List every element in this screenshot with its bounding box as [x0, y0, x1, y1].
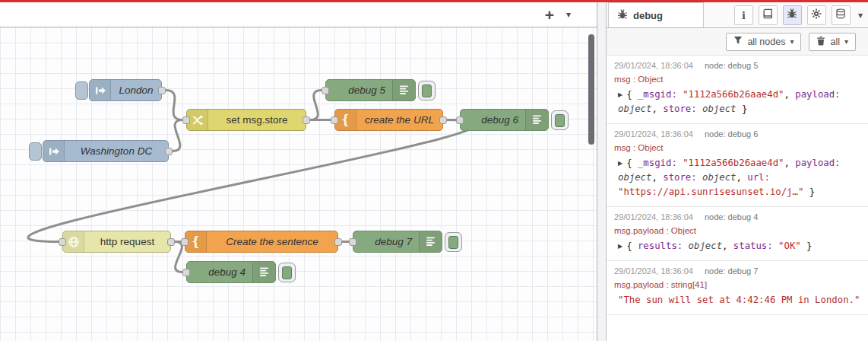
- node-label: http request: [84, 231, 170, 252]
- debug-node-name: node: debug 4: [705, 212, 758, 221]
- inject-button[interactable]: [29, 142, 42, 161]
- clear-messages-label: all: [830, 37, 840, 47]
- debug-payload: ▶{ _msgid: "1112a566b26aae4d", payload: …: [614, 88, 860, 116]
- debug-property: msg.payload : Object: [614, 226, 860, 235]
- add-flow-button[interactable]: +: [545, 7, 554, 23]
- node-label: London: [111, 80, 161, 100]
- node-label: set msg.store: [208, 110, 306, 130]
- filter-nodes-label: all nodes: [747, 37, 785, 47]
- clear-messages-button[interactable]: all ▾: [809, 33, 856, 51]
- sidebar-menu-caret-icon[interactable]: ▾: [858, 10, 863, 21]
- bug-icon: [617, 9, 628, 22]
- flow-node-debug7[interactable]: debug 7: [353, 231, 442, 253]
- debug-toggle-button[interactable]: [445, 232, 462, 252]
- flow-list-caret-icon[interactable]: ▾: [566, 9, 571, 20]
- output-port[interactable]: [439, 116, 447, 124]
- canvas-scrollbar[interactable]: [588, 34, 594, 145]
- node-label: debug 5: [326, 80, 392, 100]
- flow-node-washington[interactable]: Washington DC: [43, 140, 169, 162]
- input-port[interactable]: [322, 87, 329, 94]
- book-tab-button[interactable]: [759, 5, 778, 25]
- flow-node-set-store[interactable]: set msg.store: [186, 109, 306, 131]
- flow-node-create-url[interactable]: {create the URL: [334, 109, 443, 131]
- info-tab-button[interactable]: i: [734, 5, 753, 25]
- shuffle-icon: [187, 110, 208, 130]
- debug-timestamp: 29/01/2024, 18:36:04: [614, 266, 693, 276]
- flow-node-http-request[interactable]: http request: [62, 231, 171, 253]
- expand-triangle-icon[interactable]: ▶: [618, 91, 622, 98]
- debug-toggle-button[interactable]: [418, 81, 436, 100]
- debug-message: 29/01/2024, 18:36:04node: debug 6msg : O…: [607, 124, 868, 207]
- wire-layer: [0, 27, 597, 341]
- node-red-editor: + ▾ LondonWashington DCset msg.storedebu…: [0, 0, 868, 341]
- node-label: debug 4: [187, 262, 252, 282]
- expand-triangle-icon[interactable]: ▶: [618, 243, 622, 250]
- output-port[interactable]: [303, 116, 310, 124]
- workspace-region: + ▾ LondonWashington DCset msg.storedebu…: [0, 2, 597, 341]
- output-port[interactable]: [158, 87, 166, 94]
- debug-payload: ▶{ results: object, status: "OK" }: [614, 239, 860, 253]
- input-port[interactable]: [456, 116, 464, 124]
- debug-payload: "The sun will set at 4:42:46 PM in Londo…: [614, 293, 860, 308]
- flow-node-london[interactable]: London: [89, 79, 162, 101]
- globe-icon: [63, 231, 84, 252]
- input-port[interactable]: [59, 238, 66, 246]
- debug-lines-icon: [419, 231, 442, 252]
- inject-button[interactable]: [75, 81, 88, 100]
- flow-node-create-sentence[interactable]: {Create the sentence: [185, 231, 338, 253]
- flow-node-debug6[interactable]: debug 6: [460, 109, 549, 131]
- node-label: debug 7: [353, 231, 419, 252]
- filter-nodes-button[interactable]: all nodes ▾: [726, 33, 801, 51]
- debug-filter-bar: all nodes ▾ all ▾: [607, 28, 868, 56]
- wire-washington-to-set-store[interactable]: [173, 120, 182, 151]
- debug-message-list[interactable]: 29/01/2024, 18:36:04node: debug 5msg : O…: [607, 56, 868, 341]
- trash-icon: [816, 36, 825, 48]
- input-port[interactable]: [349, 238, 356, 246]
- expand-triangle-icon[interactable]: ▶: [618, 160, 622, 167]
- header-red-line: [0, 0, 868, 2]
- chevron-down-icon: ▾: [790, 37, 794, 46]
- debug-message: 29/01/2024, 18:36:04node: debug 5msg : O…: [607, 56, 868, 124]
- inject-arrow-icon: [90, 80, 111, 100]
- tab-debug[interactable]: debug: [608, 2, 704, 27]
- debug-message: 29/01/2024, 18:36:04node: debug 7msg.pay…: [607, 261, 868, 315]
- debug-node-name: node: debug 7: [705, 266, 758, 276]
- debug-lines-icon: [252, 262, 275, 282]
- gear-icon: [811, 8, 822, 22]
- input-port[interactable]: [182, 269, 190, 276]
- debug-property: msg.payload : string[41]: [614, 280, 860, 289]
- bug-icon: [787, 8, 797, 22]
- context-data-tab-button[interactable]: [832, 5, 851, 25]
- output-port[interactable]: [167, 238, 175, 246]
- debug-lines-icon: [392, 80, 415, 100]
- workspace-tab-bar: + ▾: [0, 2, 597, 27]
- debug-timestamp: 29/01/2024, 18:36:04: [614, 129, 693, 139]
- node-label: Create the sentence: [207, 231, 337, 252]
- wire-create-url-to-http-request[interactable]: [28, 120, 477, 242]
- function-brace-icon: {: [335, 110, 356, 130]
- node-label: create the URL: [356, 110, 442, 130]
- wire-http-request-to-debug4[interactable]: [175, 242, 182, 272]
- wire-london-to-set-store[interactable]: [166, 91, 182, 120]
- debug-timestamp: 29/01/2024, 18:36:04: [614, 61, 693, 70]
- debug-toggle-button[interactable]: [278, 263, 296, 282]
- input-port[interactable]: [331, 116, 338, 124]
- output-port[interactable]: [334, 238, 342, 246]
- bug-tab-button[interactable]: [783, 5, 802, 25]
- input-port[interactable]: [182, 116, 190, 124]
- sidebar-tab-bar: debug i▾: [607, 2, 868, 28]
- debug-timestamp: 29/01/2024, 18:36:04: [614, 212, 693, 221]
- node-label: debug 6: [461, 110, 525, 130]
- flow-node-debug4[interactable]: debug 4: [186, 261, 276, 283]
- output-port[interactable]: [165, 148, 173, 155]
- chevron-down-icon: ▾: [844, 37, 848, 46]
- gear-tab-button[interactable]: [807, 5, 826, 25]
- debug-toggle-button[interactable]: [551, 110, 569, 130]
- flow-node-debug5[interactable]: debug 5: [325, 79, 416, 101]
- flow-canvas[interactable]: LondonWashington DCset msg.storedebug 5{…: [0, 27, 597, 341]
- debug-property: msg : Object: [614, 143, 860, 152]
- info-icon: i: [742, 8, 746, 22]
- wire-set-store-to-debug5[interactable]: [310, 91, 322, 120]
- sidebar-splitter[interactable]: [597, 2, 606, 341]
- input-port[interactable]: [181, 238, 188, 246]
